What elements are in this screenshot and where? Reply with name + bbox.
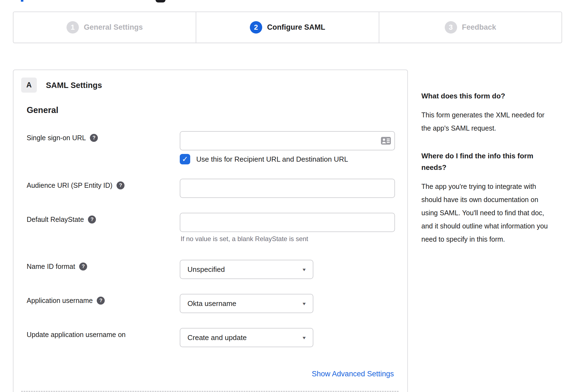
step-1-label: General Settings [84, 23, 143, 32]
contact-card-icon[interactable] [381, 137, 391, 145]
relay-state-help-icon[interactable]: ? [88, 216, 96, 223]
step-3-number-badge: 3 [445, 21, 457, 34]
audience-uri-label-text: Audience URI (SP Entity ID) [27, 181, 112, 189]
chevron-down-icon: ▼ [302, 335, 307, 340]
relay-state-input[interactable] [180, 213, 395, 232]
application-username-select[interactable]: Okta username ▼ [180, 294, 313, 313]
update-username-select[interactable]: Create and update ▼ [180, 328, 313, 347]
relay-state-label: Default RelayState ? [27, 216, 96, 223]
step-feedback[interactable]: 3 Feedback [379, 12, 562, 43]
cropped-logo-artifact [21, 0, 23, 2]
sidebar-question-1: What does this form do? [421, 90, 555, 102]
sidebar-answer-1: This form generates the XML needed for t… [421, 108, 555, 135]
step-2-number-badge: 2 [250, 21, 262, 34]
name-id-format-value: Unspecified [187, 265, 302, 274]
section-a-badge: A [21, 78, 37, 93]
update-username-label: Update application username on [27, 331, 126, 339]
panel-title: SAML Settings [46, 81, 102, 90]
name-id-format-help-icon[interactable]: ? [79, 263, 87, 270]
relay-state-label-text: Default RelayState [27, 216, 84, 223]
sso-url-input[interactable] [180, 131, 395, 150]
update-username-label-text: Update application username on [27, 331, 126, 339]
sso-url-help-icon[interactable]: ? [90, 134, 98, 142]
update-username-value: Create and update [187, 333, 302, 342]
step-configure-saml[interactable]: 2 Configure SAML [196, 12, 378, 43]
chevron-down-icon: ▼ [302, 301, 307, 306]
application-username-label-text: Application username [27, 297, 93, 305]
name-id-format-label: Name ID format ? [27, 263, 87, 270]
general-section-heading: General [27, 105, 58, 115]
sso-url-label-text: Single sign-on URL [27, 134, 86, 142]
recipient-url-checkbox[interactable]: ✓ [180, 154, 190, 164]
relay-state-hint: If no value is set, a blank RelayState i… [181, 235, 308, 243]
audience-uri-help-icon[interactable]: ? [117, 181, 125, 189]
section-dashed-divider [21, 391, 399, 392]
sidebar-answer-2: The app you're trying to integrate with … [421, 180, 555, 246]
name-id-format-select[interactable]: Unspecified ▼ [180, 260, 313, 279]
saml-settings-panel: A SAML Settings General Single sign-on U… [13, 70, 408, 392]
sidebar-question-2: Where do I find the info this form needs… [421, 150, 555, 173]
application-username-help-icon[interactable]: ? [97, 297, 105, 305]
show-advanced-settings-link[interactable]: Show Advanced Settings [312, 370, 394, 378]
wizard-stepper: 1 General Settings 2 Configure SAML 3 Fe… [13, 12, 562, 43]
application-username-label: Application username ? [27, 297, 105, 305]
name-id-format-label-text: Name ID format [27, 263, 75, 270]
recipient-url-checkbox-label: Use this for Recipient URL and Destinati… [196, 155, 348, 164]
audience-uri-label: Audience URI (SP Entity ID) ? [27, 181, 125, 189]
step-3-label: Feedback [462, 23, 496, 32]
chevron-down-icon: ▼ [302, 267, 307, 272]
help-sidebar: What does this form do? This form genera… [421, 90, 555, 261]
step-1-number-badge: 1 [67, 21, 79, 34]
step-general-settings[interactable]: 1 General Settings [13, 12, 196, 43]
cropped-header-artifact [156, 0, 165, 2]
recipient-url-checkbox-row: ✓ Use this for Recipient URL and Destina… [180, 154, 348, 164]
sso-url-label: Single sign-on URL ? [27, 134, 98, 142]
step-2-label: Configure SAML [267, 23, 325, 32]
audience-uri-input[interactable] [180, 179, 395, 198]
application-username-value: Okta username [187, 299, 302, 308]
